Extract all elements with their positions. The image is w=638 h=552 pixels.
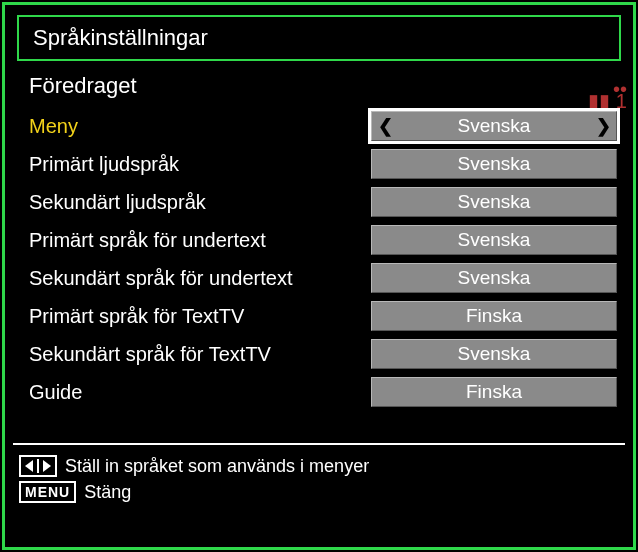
setting-row[interactable]: GuideFinska [29, 375, 617, 409]
value-selector[interactable]: Finska [371, 301, 617, 331]
settings-list: Meny❮❯SvenskaPrimärt ljudspråkSvenskaSek… [5, 109, 633, 409]
setting-row[interactable]: Primärt ljudspråkSvenska [29, 147, 617, 181]
section-header: Föredraget [5, 69, 633, 109]
setting-value: Finska [466, 305, 522, 327]
footer: Ställ in språket som används i menyer ME… [19, 453, 619, 505]
setting-row[interactable]: Primärt språk för undertextSvenska [29, 223, 617, 257]
footer-hint-1: Ställ in språket som används i menyer [65, 456, 369, 477]
footer-hint-2: Stäng [84, 482, 131, 503]
setting-label: Primärt språk för undertext [29, 229, 359, 252]
setting-label: Primärt språk för TextTV [29, 305, 359, 328]
setting-label: Sekundärt ljudspråk [29, 191, 359, 214]
setting-value: Svenska [458, 267, 531, 289]
value-selector[interactable]: Finska [371, 377, 617, 407]
setting-label: Primärt ljudspråk [29, 153, 359, 176]
setting-row[interactable]: Sekundärt ljudspråkSvenska [29, 185, 617, 219]
value-selector[interactable]: Svenska [371, 263, 617, 293]
chevron-right-icon[interactable]: ❯ [592, 112, 614, 140]
setting-label: Guide [29, 381, 359, 404]
setting-row[interactable]: Sekundärt språk för undertextSvenska [29, 261, 617, 295]
setting-value: Svenska [458, 191, 531, 213]
setting-value: Svenska [458, 343, 531, 365]
setting-row[interactable]: Meny❮❯Svenska [29, 109, 617, 143]
menu-key-icon: MENU [19, 481, 76, 503]
setting-label: Meny [29, 115, 359, 138]
record-icon: ••▮▮ 1 [588, 83, 627, 107]
panel-title: Språkinställningar [33, 25, 208, 51]
chevron-left-icon[interactable]: ❮ [374, 112, 396, 140]
setting-label: Sekundärt språk för TextTV [29, 343, 359, 366]
value-selector[interactable]: ❮❯Svenska [371, 111, 617, 141]
value-selector[interactable]: Svenska [371, 149, 617, 179]
value-selector[interactable]: Svenska [371, 339, 617, 369]
left-right-key-icon [19, 455, 57, 477]
value-selector[interactable]: Svenska [371, 225, 617, 255]
setting-value: Finska [466, 381, 522, 403]
setting-row[interactable]: Sekundärt språk för TextTVSvenska [29, 337, 617, 371]
setting-row[interactable]: Primärt språk för TextTVFinska [29, 299, 617, 333]
settings-panel: Språkinställningar Föredraget ••▮▮ 1 Men… [2, 2, 636, 550]
panel-title-box: Språkinställningar [17, 15, 621, 61]
value-selector[interactable]: Svenska [371, 187, 617, 217]
setting-label: Sekundärt språk för undertext [29, 267, 359, 290]
setting-value: Svenska [458, 153, 531, 175]
footer-divider [13, 443, 625, 445]
setting-value: Svenska [458, 115, 531, 137]
setting-value: Svenska [458, 229, 531, 251]
